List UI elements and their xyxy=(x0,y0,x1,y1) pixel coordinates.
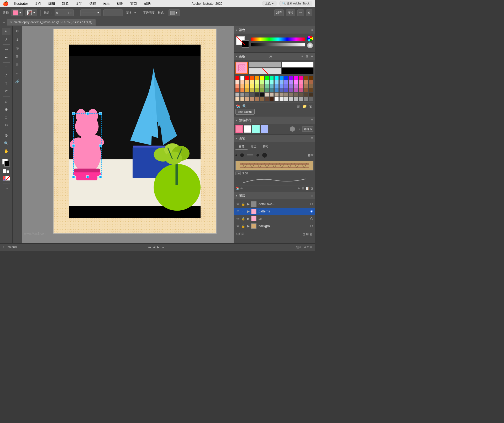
swatch-cell[interactable] xyxy=(284,88,288,92)
nav-right-icon[interactable]: ▶ xyxy=(157,245,159,249)
layer-expand-icon[interactable]: ▶ xyxy=(246,202,250,206)
stroke-profile[interactable]: ▼ xyxy=(80,9,101,16)
swatch-cell[interactable] xyxy=(309,84,313,88)
none-icon[interactable] xyxy=(5,176,10,181)
layers-panel-header[interactable]: ▾ 图层 ≡ xyxy=(234,192,315,199)
cr-swatch-4[interactable] xyxy=(261,125,268,133)
cr-dropdown[interactable]: 色相 xyxy=(302,126,313,132)
swatch-cell[interactable] xyxy=(240,76,244,80)
swatch-cell[interactable] xyxy=(235,88,239,92)
swatch-cell[interactable] xyxy=(240,80,244,84)
cr-swatch-3[interactable] xyxy=(252,125,260,133)
layer-target-dot[interactable] xyxy=(310,225,313,227)
swatch-cell[interactable] xyxy=(284,93,288,97)
swatch-cell[interactable] xyxy=(275,84,279,88)
swatch-white-1[interactable] xyxy=(282,62,314,67)
swatch-cell[interactable] xyxy=(270,76,274,80)
swatch-cell[interactable] xyxy=(240,84,244,88)
swatch-cell[interactable] xyxy=(304,80,308,84)
swatch-lib-icon[interactable]: 📚 xyxy=(235,104,241,109)
nav-next-icon[interactable]: ⏭ xyxy=(161,246,164,249)
lib-label[interactable]: 库 xyxy=(269,54,272,59)
stroke-icon[interactable] xyxy=(6,170,10,174)
swatch-cell[interactable] xyxy=(280,88,284,92)
layers-menu-icon[interactable]: ≡ xyxy=(311,194,313,197)
tab-close-icon[interactable]: × xyxy=(10,20,12,24)
panel-options-button[interactable]: ⚙ xyxy=(306,9,312,16)
swatch-cell[interactable] xyxy=(299,76,303,80)
swatch-cell[interactable] xyxy=(304,93,308,97)
swatch-cell[interactable] xyxy=(280,84,284,88)
swatch-cell[interactable] xyxy=(250,93,254,97)
swatch-cell[interactable] xyxy=(255,88,259,92)
brush-dot-2[interactable] xyxy=(240,153,244,157)
brush-tab-stroke[interactable]: 描边 xyxy=(248,143,260,150)
swatch-cell[interactable] xyxy=(304,88,308,92)
brush-options-icon[interactable]: ✂ xyxy=(298,186,301,190)
fg-bg-swatches[interactable] xyxy=(236,36,249,48)
swatch-cell[interactable] xyxy=(245,76,249,80)
warp-tool[interactable]: ◇ xyxy=(2,98,10,105)
scissors-tool[interactable]: ✂ xyxy=(2,121,10,129)
swatch-cell[interactable] xyxy=(275,97,279,101)
swatch-cell[interactable] xyxy=(255,84,259,88)
layer-expand-icon[interactable]: ▶ xyxy=(246,224,250,228)
search-stock[interactable]: 🔍 搜索 Adobe Stock xyxy=(279,1,313,6)
swatch-delete-icon[interactable]: 🗑 xyxy=(308,104,313,109)
layer-lock-icon[interactable]: ○ xyxy=(241,210,245,213)
swatch-cell[interactable] xyxy=(265,88,269,92)
swatch-cell[interactable] xyxy=(275,76,279,80)
blend-tool[interactable]: ⊕ xyxy=(2,106,10,113)
nav-left-icon[interactable]: ◀ xyxy=(153,245,155,249)
layer-row[interactable]: 👁○▶patterns xyxy=(234,208,315,215)
color-wheel-icon[interactable] xyxy=(307,36,313,41)
layer-lock-icon[interactable]: 🔒 xyxy=(241,202,245,206)
brush-copy-icon[interactable]: 📋 xyxy=(305,186,309,190)
symbol-tool[interactable]: □ xyxy=(2,114,10,121)
brush-rect-1[interactable] xyxy=(247,154,253,156)
swatch-cell[interactable] xyxy=(280,80,284,84)
swatch-cell[interactable] xyxy=(275,80,279,84)
swatch-cell[interactable] xyxy=(235,93,239,97)
swatch-cell[interactable] xyxy=(294,80,298,84)
swatch-cell[interactable] xyxy=(294,93,298,97)
layer-visibility-icon[interactable]: 👁 xyxy=(236,224,240,228)
layer-visibility-icon[interactable]: 👁 xyxy=(236,210,240,213)
swatch-cell[interactable] xyxy=(235,84,239,88)
swatch-cell[interactable] xyxy=(250,88,254,92)
color-panel-header[interactable]: ▾ 颜色 ≡ xyxy=(234,26,315,34)
layer-lock-icon[interactable]: 🔒 xyxy=(241,217,245,221)
swatch-cell[interactable] xyxy=(299,84,303,88)
stroke-swatch[interactable]: ▼ xyxy=(25,9,37,16)
more-tools[interactable]: ⋯ xyxy=(2,185,10,192)
swatch-cell[interactable] xyxy=(299,80,303,84)
line-tool[interactable]: / xyxy=(2,72,10,79)
menu-text[interactable]: 文字 xyxy=(74,1,84,7)
brush-dot-4[interactable] xyxy=(262,153,267,158)
swatch-add-icon[interactable]: ⊞ xyxy=(296,104,301,109)
gray-gradient-bar[interactable] xyxy=(251,43,305,46)
menu-illustrator[interactable]: Illustrator xyxy=(13,1,29,6)
menu-effect[interactable]: 效果 xyxy=(102,1,111,7)
cr-swatch-1[interactable] xyxy=(235,125,243,133)
swatch-cell[interactable] xyxy=(245,84,249,88)
swatch-cell[interactable] xyxy=(270,97,274,101)
swatch-cell[interactable] xyxy=(265,84,269,88)
color-swatches[interactable] xyxy=(2,159,10,167)
color-panel-menu-icon[interactable]: ≡ xyxy=(311,29,313,31)
transform-side-icon[interactable]: ↔ xyxy=(14,69,21,77)
layer-row[interactable]: 👁🔒▶art xyxy=(234,215,315,222)
brush-lib-icon[interactable]: 📚 xyxy=(235,186,239,190)
swatch-cell[interactable] xyxy=(260,76,264,80)
artboard-tool[interactable]: ⊙ xyxy=(2,132,10,139)
swatch-cell[interactable] xyxy=(280,76,284,80)
hand-tool[interactable]: ✋ xyxy=(2,147,10,155)
brush-tab-symbol[interactable]: 符号 xyxy=(260,143,272,150)
canvas-area[interactable]: www.MacZ.com xyxy=(22,26,234,243)
swatch-cell[interactable] xyxy=(284,97,288,101)
layer-visibility-icon[interactable]: 👁 xyxy=(236,202,240,206)
swatch-cell[interactable] xyxy=(270,84,274,88)
type-tool[interactable]: T xyxy=(2,80,10,87)
shape-tool[interactable]: □ xyxy=(2,64,10,71)
layer-target-dot[interactable] xyxy=(310,203,313,205)
